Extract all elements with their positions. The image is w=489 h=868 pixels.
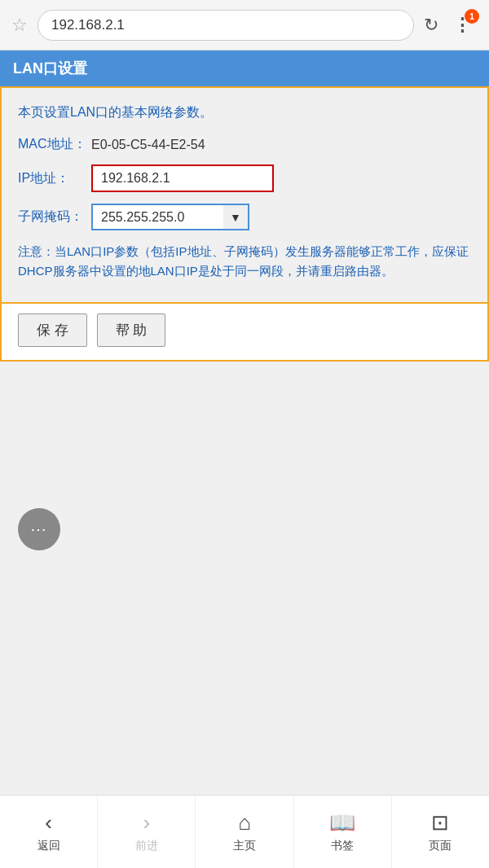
- menu-button[interactable]: ⋮ 1: [448, 11, 478, 40]
- back-icon: ‹: [45, 810, 52, 835]
- save-button[interactable]: 保 存: [18, 313, 87, 347]
- nav-home[interactable]: ⌂ 主页: [196, 796, 293, 868]
- nav-pages[interactable]: ⊡ 页面: [392, 796, 489, 868]
- page-title-bar: LAN口设置: [0, 50, 489, 86]
- ip-input[interactable]: [91, 164, 274, 192]
- pages-label: 页面: [429, 839, 452, 853]
- nav-back[interactable]: ‹ 返回: [0, 796, 98, 868]
- page-title: LAN口设置: [13, 60, 87, 77]
- subnet-label: 子网掩码：: [18, 208, 91, 226]
- subnet-row: 子网掩码： 255.255.255.0 255.255.0.0 255.0.0.…: [18, 204, 471, 230]
- url-bar[interactable]: 192.168.2.1: [37, 10, 414, 41]
- help-button[interactable]: 帮 助: [97, 313, 166, 347]
- star-icon[interactable]: ☆: [11, 15, 28, 36]
- refresh-icon[interactable]: ↻: [424, 15, 438, 36]
- page-description: 本页设置LAN口的基本网络参数。: [18, 104, 471, 121]
- forward-label: 前进: [135, 839, 158, 853]
- url-text: 192.168.2.1: [51, 17, 125, 33]
- back-label: 返回: [37, 839, 60, 853]
- nav-bookmarks[interactable]: 📖 书签: [294, 796, 392, 868]
- select-arrow-icon: ▼: [223, 211, 248, 224]
- ip-row: IP地址：: [18, 164, 471, 192]
- nav-forward[interactable]: › 前进: [98, 796, 196, 868]
- mac-value: E0-05-C5-44-E2-54: [91, 138, 205, 152]
- float-menu-icon: ⋯: [30, 521, 48, 537]
- button-row: 保 存 帮 助: [0, 304, 489, 362]
- mac-label: MAC地址：: [18, 136, 91, 153]
- pages-icon: ⊡: [431, 810, 449, 835]
- subnet-select[interactable]: 255.255.255.0 255.255.0.0 255.0.0.0: [93, 205, 223, 229]
- mac-row: MAC地址： E0-05-C5-44-E2-54: [18, 136, 471, 153]
- subnet-select-wrapper: 255.255.255.0 255.255.0.0 255.0.0.0 ▼: [91, 204, 249, 230]
- browser-bar: ☆ 192.168.2.1 ↻ ⋮ 1: [0, 0, 489, 50]
- home-label: 主页: [233, 839, 256, 853]
- bookmarks-icon: 📖: [329, 810, 355, 835]
- notification-badge: 1: [465, 9, 479, 24]
- nav-bar: ‹ 返回 › 前进 ⌂ 主页 📖 书签 ⊡ 页面: [0, 795, 489, 868]
- home-icon: ⌂: [238, 810, 251, 835]
- ip-label: IP地址：: [18, 170, 91, 187]
- notice-text: 注意：当LAN口IP参数（包括IP地址、子网掩码）发生服务器能够正常工作，应保证…: [18, 242, 471, 281]
- float-menu-button[interactable]: ⋯: [18, 508, 60, 550]
- bookmarks-label: 书签: [331, 839, 354, 853]
- form-area: 本页设置LAN口的基本网络参数。 MAC地址： E0-05-C5-44-E2-5…: [0, 86, 489, 304]
- gray-area: ⋯: [0, 362, 489, 598]
- forward-icon: ›: [143, 810, 150, 835]
